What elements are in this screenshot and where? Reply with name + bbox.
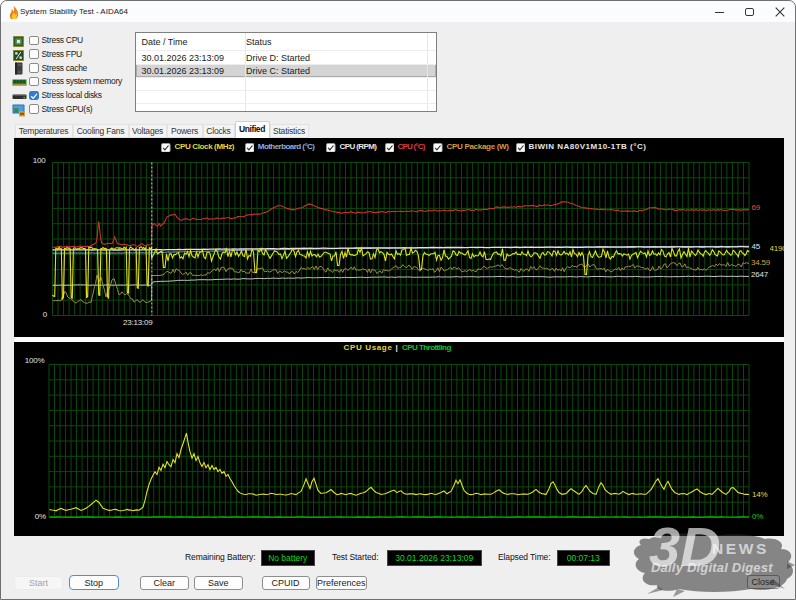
svg-text:Daily Digital Digest: Daily Digital Digest xyxy=(651,560,773,575)
svg-text:NEWS: NEWS xyxy=(712,540,769,557)
